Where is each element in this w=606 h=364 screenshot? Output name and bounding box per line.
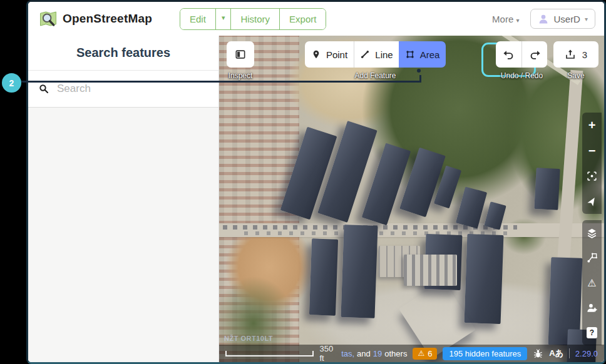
top-header: OpenStreetMap Edit ▾ History Export More… <box>28 2 604 36</box>
openstreetmap-logo-icon <box>39 9 58 28</box>
map-data-icon <box>586 252 598 264</box>
report-bug-button[interactable] <box>533 348 543 359</box>
bug-icon <box>533 348 543 359</box>
inspect-icon <box>234 48 247 61</box>
user-caret-icon: ▾ <box>585 16 588 23</box>
inspect-label: Inspect <box>227 71 254 80</box>
history-button[interactable]: History <box>231 9 280 29</box>
user-avatar-icon <box>538 13 549 24</box>
search-icon <box>38 83 49 94</box>
user-settings-icon <box>586 302 598 314</box>
save-count: 3 <box>582 49 587 60</box>
callout-anchor-dot <box>417 69 421 73</box>
navigation-arrow-icon <box>587 196 598 207</box>
building <box>309 238 338 315</box>
area-icon <box>405 49 415 59</box>
search-row[interactable] <box>28 71 218 108</box>
help-icon: ? <box>587 327 597 338</box>
background-layers-button[interactable] <box>582 221 602 244</box>
header-right: More ▾ UserD ▾ <box>492 9 595 29</box>
add-feature-label: Add Feature <box>305 71 446 80</box>
point-label: Point <box>326 49 347 60</box>
issues-count-badge[interactable]: ⚠ 6 <box>413 348 437 360</box>
line-icon <box>360 49 370 59</box>
warning-triangle-icon: ⚠ <box>587 277 596 289</box>
add-line-button[interactable]: Line <box>354 41 399 68</box>
map-canvas[interactable]: NŽT ORT10LT Inspect <box>219 36 604 362</box>
callout-line <box>21 81 421 83</box>
map-tool-controls: ⚠ ? <box>582 220 602 345</box>
zoom-to-selection-button[interactable] <box>582 164 602 187</box>
map-zoom-controls: + − <box>582 113 602 214</box>
add-point-button[interactable]: Point <box>305 41 354 68</box>
zoom-in-button[interactable]: + <box>582 114 602 136</box>
translate-button[interactable]: Aあ <box>549 348 563 359</box>
redo-button[interactable] <box>521 41 547 68</box>
main-nav: Edit ▾ History Export <box>180 8 326 30</box>
more-label: More <box>492 14 513 24</box>
save-button[interactable]: 3 <box>553 41 598 68</box>
point-icon <box>311 49 321 59</box>
inspect-button[interactable] <box>227 41 254 68</box>
layers-icon <box>586 227 598 239</box>
more-menu-button[interactable]: More ▾ <box>492 14 519 24</box>
sidebar-title: Search features <box>76 46 170 60</box>
body-row: Search features <box>28 36 604 362</box>
inspect-group: Inspect <box>227 41 254 80</box>
zoom-out-button[interactable]: − <box>582 139 602 162</box>
attribution-count-link[interactable]: 19 <box>373 349 382 358</box>
line-label: Line <box>375 49 393 60</box>
username-label: UserD <box>553 14 580 24</box>
help-button[interactable]: ? <box>582 321 602 344</box>
scale-bar <box>225 351 314 356</box>
brand[interactable]: OpenStreetMap <box>39 9 152 28</box>
issues-count: 6 <box>428 349 432 358</box>
save-group: 3 Save <box>553 41 598 80</box>
warning-icon: ⚠ <box>418 349 424 358</box>
undo-button[interactable] <box>496 41 521 68</box>
attribution-text: and <box>357 349 371 358</box>
status-bar: 350 ft tas, and 19 others ⚠ 6 195 hidden… <box>219 345 604 362</box>
statusbar-divider <box>569 348 570 358</box>
add-area-button[interactable]: Area <box>399 41 446 68</box>
scale-label: 350 ft <box>319 344 336 362</box>
plus-icon: + <box>588 119 596 131</box>
callout-line <box>419 75 421 83</box>
sidebar: Search features <box>28 36 219 362</box>
geolocate-button[interactable] <box>582 190 602 213</box>
building <box>534 168 560 210</box>
callout-number: 2 <box>9 78 14 88</box>
edit-dropdown-caret-icon[interactable]: ▾ <box>216 9 232 29</box>
building <box>341 225 377 318</box>
feature-results-list <box>28 108 218 362</box>
save-upload-icon <box>565 49 576 60</box>
user-avatar-icon <box>538 13 549 24</box>
search-input[interactable] <box>57 83 208 95</box>
imagery-attribution: tas, and 19 others <box>341 349 407 358</box>
undo-redo-label: Undo / Redo <box>496 71 548 80</box>
search-icon <box>38 83 49 94</box>
minus-icon: − <box>588 144 596 157</box>
sidebar-header: Search features <box>28 36 218 71</box>
edit-button[interactable]: Edit <box>180 9 216 29</box>
export-button[interactable]: Export <box>280 9 326 29</box>
building <box>465 234 504 324</box>
crosshair-frame-icon <box>586 170 598 182</box>
parking-lot <box>404 255 457 286</box>
version-link[interactable]: 2.29.0 <box>575 349 598 358</box>
user-menu-button[interactable]: UserD ▾ <box>530 9 595 29</box>
area-label: Area <box>420 49 440 60</box>
hidden-features-badge[interactable]: 195 hidden features <box>443 347 527 360</box>
issues-button[interactable]: ⚠ <box>582 271 602 294</box>
attribution-text: others <box>384 349 407 358</box>
save-label: Save <box>553 71 598 80</box>
attribution-link[interactable]: tas, <box>341 349 354 358</box>
undo-icon <box>503 49 515 61</box>
add-feature-group: Point Line <box>305 41 446 80</box>
map-data-button[interactable] <box>582 246 602 269</box>
preferences-button[interactable] <box>582 296 602 319</box>
app-title: OpenStreetMap <box>63 12 152 26</box>
app-window: OpenStreetMap Edit ▾ History Export More… <box>26 0 606 364</box>
imagery-watermark: NŽT ORT10LT <box>224 335 273 342</box>
callout-step-badge: 2 <box>2 73 21 93</box>
